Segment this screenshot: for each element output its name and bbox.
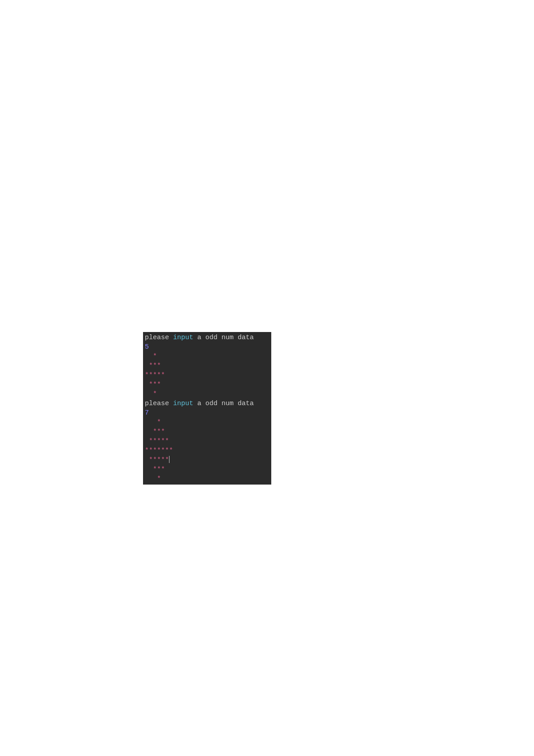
terminal-line: ***** [145, 371, 269, 380]
terminal-line: ***** [145, 455, 269, 465]
terminal-text-segment: please [145, 400, 173, 407]
terminal-text-segment: * [145, 353, 157, 360]
terminal-text-segment: 7 [145, 409, 149, 417]
terminal-text-segment: * [145, 475, 161, 483]
terminal-text-segment: *** [145, 466, 165, 473]
terminal-text-segment: input [173, 400, 193, 407]
terminal-text-segment: ******* [145, 447, 173, 454]
terminal-text-segment: a odd num data [193, 400, 254, 407]
terminal-text-segment: ***** [145, 437, 169, 445]
terminal-text-segment: a odd num data [193, 334, 254, 341]
terminal-text-segment: input [173, 334, 193, 341]
terminal-line: *** [145, 465, 269, 474]
terminal-text-segment: ***** [145, 456, 169, 464]
terminal-line: * [145, 474, 269, 484]
terminal-line: *** [145, 361, 269, 371]
terminal-text-segment: * [145, 390, 157, 398]
terminal-line: ***** [145, 437, 269, 446]
terminal-line: *** [145, 427, 269, 437]
terminal-line: please input a odd num data [145, 333, 269, 342]
terminal-text-segment: *** [145, 428, 165, 436]
terminal-line: 7 [145, 408, 269, 418]
terminal-text-segment: *** [145, 362, 161, 370]
terminal-output[interactable]: please input a odd num data5 * ******** … [143, 332, 271, 485]
terminal-line: 5 [145, 342, 269, 352]
terminal-line: *** [145, 380, 269, 389]
terminal-text-segment: *** [145, 381, 161, 389]
text-cursor [169, 456, 169, 463]
terminal-text-segment: please [145, 334, 173, 341]
terminal-text-segment: * [145, 419, 161, 426]
terminal-text-segment: 5 [145, 343, 149, 351]
terminal-line: * [145, 418, 269, 427]
terminal-text-segment: ***** [145, 371, 165, 379]
terminal-line: * [145, 389, 269, 399]
terminal-line: please input a odd num data [145, 399, 269, 408]
terminal-line: * [145, 352, 269, 361]
terminal-line: ******* [145, 446, 269, 455]
